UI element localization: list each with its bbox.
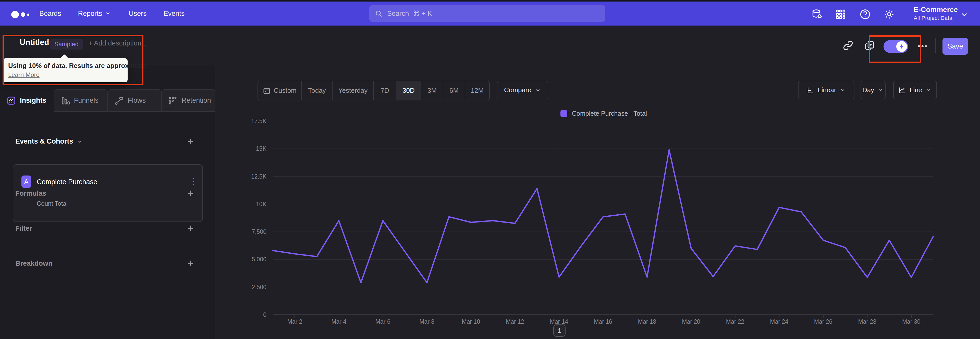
range-6m[interactable]: 6M [443,81,465,100]
range-custom[interactable]: Custom [258,81,302,100]
tooltip-text: Using 10% of data. Results are approxima… [8,62,123,70]
logo-dot [27,14,29,16]
date-range-selector: CustomTodayYesterday7D30D3M6M12M [258,81,490,101]
range-label: 6M [449,86,458,94]
event-options-kebab[interactable]: ⋮ [189,176,197,186]
event-name[interactable]: Complete Purchase [37,178,97,186]
add-filter-button[interactable]: + [185,224,196,234]
setting-label: Line [910,86,922,94]
range-label: Yesterday [339,86,368,94]
annotation-marker[interactable]: 1 [553,325,566,337]
add-to-board-icon[interactable] [865,40,875,51]
y-tick-label: 5,000 [236,256,266,263]
flows-icon [115,96,124,105]
settings-gear-icon[interactable] [883,9,895,20]
x-tick-label: Mar 10 [453,318,489,325]
sampling-tooltip: Using 10% of data. Results are approxima… [3,58,127,82]
logo-dot [11,11,19,18]
compare-label: Compare [504,86,531,94]
sampled-badge[interactable]: Sampled [50,39,83,50]
nav-item-label: Events [164,10,185,18]
mixpanel-app: BoardsReportsUsersEvents E-Commerce All … [0,0,980,339]
search-input[interactable] [387,10,600,18]
more-options-button[interactable]: ••• [918,42,928,51]
x-tick-label: Mar 4 [321,318,357,325]
x-tick-label: Mar 16 [585,318,621,325]
x-tick-label: Mar 14 [541,318,577,325]
y-tick-label: 0 [236,312,266,318]
save-button[interactable]: Save [942,38,968,55]
event-metric[interactable]: Count Total [37,200,68,207]
series-line[interactable] [273,150,933,283]
x-tick-label: Mar 2 [277,318,313,325]
data-management-icon[interactable] [811,9,823,20]
range-label: 3M [428,86,437,94]
project-name: E-Commerce [914,6,958,14]
nav-item-reports[interactable]: Reports [78,10,112,18]
range-7d[interactable]: 7D [374,81,396,100]
x-tick-label: Mar 20 [673,318,709,325]
x-tick-label: Mar 26 [805,318,841,325]
range-30d[interactable]: 30D [396,81,422,100]
tab-label: Insights [20,97,46,104]
add-description-button[interactable]: + Add description... [88,39,147,47]
nav-item-users[interactable]: Users [129,10,147,18]
apps-grid-icon[interactable] [835,9,846,20]
project-switcher[interactable]: E-Commerce All Project Data [914,6,958,21]
x-tick-label: Mar 28 [850,318,885,325]
nav-item-label: Boards [39,10,61,18]
insights-icon [6,96,16,105]
range-12m[interactable]: 12M [465,81,489,100]
nav-items: BoardsReportsUsersEvents [39,2,185,26]
lightning-icon [899,43,905,50]
nav-item-label: Users [129,10,147,18]
range-yesterday[interactable]: Yesterday [332,81,374,100]
line-selector[interactable]: Line [893,81,937,99]
mixpanel-logo[interactable] [11,11,29,18]
chart-legend[interactable]: Complete Purchase - Total [560,110,647,117]
retention-icon [168,96,177,105]
calendar-icon [263,87,270,94]
compare-button[interactable]: Compare [497,81,548,99]
chevron-down-icon [77,139,83,145]
x-tick-label: Mar 24 [761,318,797,325]
day-selector[interactable]: Day [861,81,886,99]
search-icon [375,10,383,18]
help-icon[interactable] [859,9,871,20]
legend-swatch [560,110,567,117]
tab-flows[interactable]: Flows [108,90,162,112]
add-breakdown-button[interactable]: + [185,259,196,269]
range-label: Today [308,86,326,94]
add-event-button[interactable]: + [185,137,196,147]
y-tick-label: 17.5K [236,118,266,125]
x-tick-label: Mar 8 [409,318,445,325]
range-label: 12M [471,86,484,94]
add-formulas-button[interactable]: + [185,189,196,199]
tab-label: Funnels [74,97,99,104]
sampling-toggle[interactable] [883,40,908,53]
tab-insights[interactable]: Insights [0,90,54,112]
project-scope: All Project Data [914,15,958,21]
nav-item-boards[interactable]: Boards [39,10,61,18]
section-label-breakdown: Breakdown [15,259,52,267]
chevron-down-icon [961,11,968,18]
linechart-icon [898,86,906,94]
report-title[interactable]: Untitled [20,38,49,47]
x-tick-label: Mar 22 [718,318,753,325]
chart-canvas [273,121,933,319]
range-3m[interactable]: 3M [422,81,443,100]
section-label-formulas: Formulas [15,190,46,197]
events-cohorts-header[interactable]: Events & Cohorts [15,138,83,146]
range-today[interactable]: Today [302,81,332,100]
tab-label: Flows [128,97,146,104]
nav-item-events[interactable]: Events [164,10,185,18]
tab-retention[interactable]: Retention [161,90,215,112]
chevron-down-icon [878,87,884,93]
tab-funnels[interactable]: Funnels [54,90,108,112]
search-bar[interactable] [369,5,605,22]
range-label: Custom [274,86,297,94]
share-link-icon[interactable] [843,40,853,51]
linear-selector[interactable]: Linear [798,81,854,99]
y-tick-label: 12.5K [236,173,266,180]
learn-more-link[interactable]: Learn More [8,71,123,78]
